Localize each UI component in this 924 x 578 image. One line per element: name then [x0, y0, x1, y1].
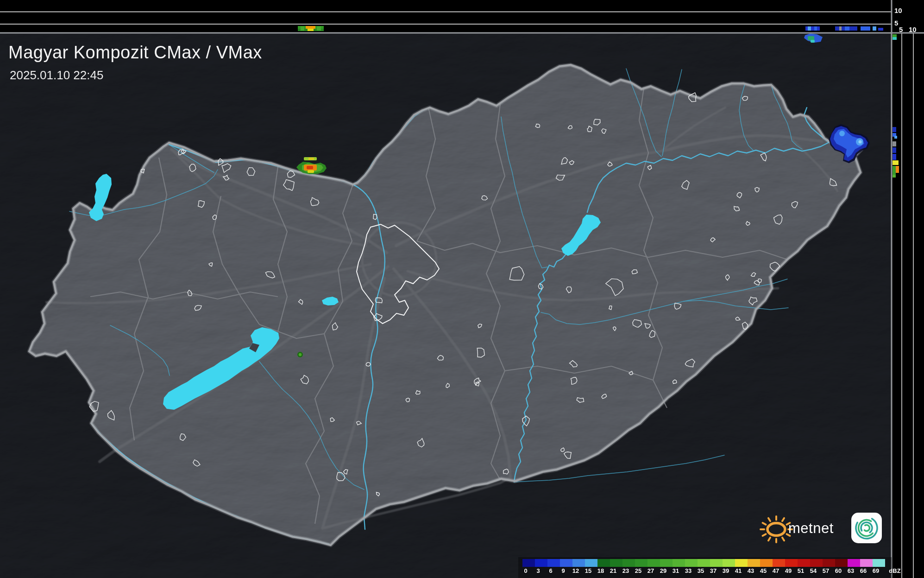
dbz-tick-label: 23 [619, 567, 632, 574]
hungary-radar-map [0, 0, 924, 578]
dbz-tick-label: 49 [782, 567, 795, 574]
dbz-tick-label: 0 [519, 567, 532, 574]
dbz-tick-label: 27 [644, 567, 657, 574]
panel-echo-mark [893, 166, 896, 175]
dbz-cell [760, 559, 773, 567]
strip-echo-mark [878, 28, 883, 31]
sun-ray [768, 538, 770, 540]
dbz-tick-label: 39 [719, 567, 732, 574]
strip-echo-mark [861, 26, 870, 31]
dbz-cell [723, 559, 735, 567]
panel-echo-mark [893, 147, 896, 153]
dbz-tick-label: 60 [832, 567, 845, 574]
dbz-cell [810, 559, 823, 567]
radar-echo [811, 40, 815, 43]
right-profile-panel [892, 0, 924, 578]
sun-ray [782, 518, 784, 521]
dbz-tick-label: 9 [557, 567, 570, 574]
dbz-tick-label: 35 [694, 567, 707, 574]
dbz-scale-bar [522, 559, 885, 567]
page-title: Magyar Kompozit CMax / VMax [8, 43, 262, 63]
radar-echo [808, 36, 814, 40]
dbz-scale: 0369121518212325272931333537394143454749… [518, 557, 892, 578]
dbz-tick-label: 31 [669, 567, 682, 574]
sun-ray [763, 534, 766, 536]
dbz-tick-label: 37 [707, 567, 720, 574]
dbz-cell [572, 559, 585, 567]
strip-echo-mark [301, 26, 304, 31]
dbz-cell [685, 559, 698, 567]
radar-echo [859, 140, 862, 144]
strip-echo-mark [308, 29, 314, 31]
strip-scale-label-10: 10 [894, 6, 902, 14]
strip-echo-mark [873, 26, 876, 31]
radar-echo [299, 353, 302, 356]
dbz-tick-label: 41 [732, 567, 745, 574]
sun-icon [761, 516, 792, 542]
strip-echo-mark [814, 26, 817, 31]
dbz-tick-label: 29 [657, 567, 670, 574]
top-timeline-strips [0, 0, 892, 33]
dbz-cell [848, 559, 860, 567]
panel-echo-mark [894, 136, 897, 139]
panel-echo-mark [893, 175, 896, 178]
dbz-cell [873, 559, 885, 567]
dbz-tick-label: 15 [582, 567, 595, 574]
dbz-tick-label: 66 [857, 567, 870, 574]
dbz-tick-label: 45 [757, 567, 770, 574]
strip-echo-mark [839, 26, 842, 31]
strip-echo-mark [808, 26, 811, 31]
dbz-tick-label: 33 [682, 567, 695, 574]
panel-echo-mark [893, 127, 896, 132]
strip-scale-label-5: 5 [894, 19, 898, 27]
timestamp: 2025.01.10 22:45 [10, 68, 103, 83]
dbz-cell [748, 559, 760, 567]
dbz-tick-label: 47 [769, 567, 782, 574]
panel-echo-mark [893, 154, 896, 160]
metnet-app-icon [851, 513, 882, 543]
dbz-cell [660, 559, 673, 567]
metnet-logo-text: metnet [788, 520, 834, 537]
dbz-cell [785, 559, 798, 567]
dbz-cell [735, 559, 748, 567]
metnet-logo: metnet [758, 510, 887, 547]
dbz-tick-label: 54 [807, 567, 820, 574]
dbz-cell [823, 559, 835, 567]
dbz-tick-label: 63 [844, 567, 857, 574]
dbz-cell [547, 559, 560, 567]
dbz-tick-label: 6 [544, 567, 557, 574]
dbz-cell [535, 559, 547, 567]
radar-echo [308, 170, 314, 173]
dbz-unit-label: dBZ [886, 567, 904, 574]
dbz-tick-label: 25 [632, 567, 645, 574]
dbz-cell [522, 559, 535, 567]
dbz-tick-label: 43 [744, 567, 757, 574]
dbz-tick-label: 69 [869, 567, 882, 574]
dbz-cell [597, 559, 610, 567]
dbz-cell [773, 559, 785, 567]
dbz-cell [698, 559, 710, 567]
dbz-tick-label: 18 [594, 567, 607, 574]
dbz-cell [635, 559, 647, 567]
dbz-cell [710, 559, 723, 567]
strip-echo-mark [306, 26, 315, 29]
dbz-cell [798, 559, 810, 567]
dbz-cell [622, 559, 635, 567]
panel-echo-mark [893, 37, 897, 40]
radar-echo [308, 158, 314, 160]
panel-echo-mark [896, 166, 899, 173]
dbz-tick-label: 21 [607, 567, 620, 574]
panel-echo-mark [893, 141, 896, 146]
dbz-tick-label: 51 [794, 567, 807, 574]
sun-ray [763, 523, 766, 525]
panel-echo-mark [893, 160, 899, 165]
dbz-cell [610, 559, 622, 567]
strip-echo-mark [845, 26, 849, 31]
dbz-tick-label: 3 [532, 567, 545, 574]
radar-echo [307, 166, 313, 169]
dbz-cell [860, 559, 873, 567]
dbz-cell [835, 559, 848, 567]
sun-ray [782, 538, 784, 540]
dbz-tick-label: 57 [819, 567, 832, 574]
panel-scale-label-5: 5 [899, 25, 903, 33]
